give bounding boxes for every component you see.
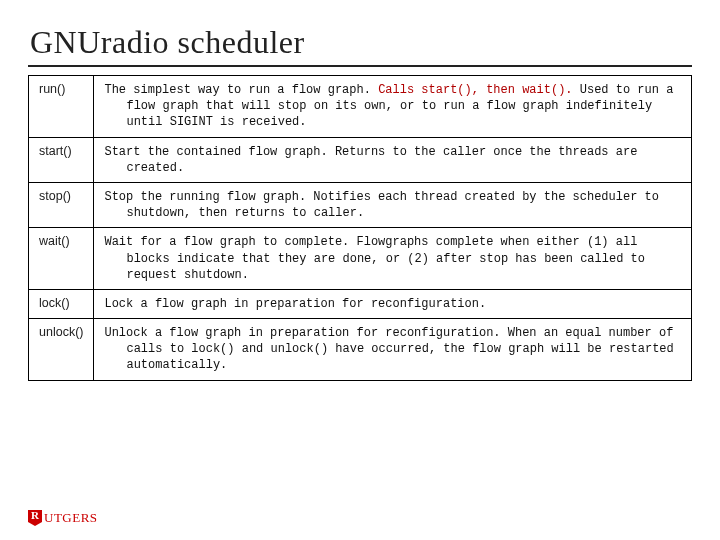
method-description: Start the contained flow graph. Returns … <box>94 137 692 182</box>
method-description: The simplest way to run a flow graph. Ca… <box>94 76 692 138</box>
desc-text: Lock a flow graph in preparation for rec… <box>104 297 486 311</box>
method-description: Unlock a flow graph in preparation for r… <box>94 319 692 381</box>
methods-table-container: run() The simplest way to run a flow gra… <box>0 75 720 381</box>
method-description: Wait for a flow graph to complete. Flowg… <box>94 228 692 290</box>
table-row: wait() Wait for a flow graph to complete… <box>29 228 692 290</box>
desc-text: Stop the running flow graph. Notifies ea… <box>104 190 659 220</box>
desc-text: The simplest way to run a flow graph. <box>104 83 378 97</box>
method-name: run() <box>29 76 94 138</box>
desc-highlight: Calls start(), then wait(). <box>378 83 572 97</box>
method-name: start() <box>29 137 94 182</box>
table-row: start() Start the contained flow graph. … <box>29 137 692 182</box>
rutgers-logo: UTGERS <box>28 510 98 526</box>
logo-text: UTGERS <box>44 510 98 526</box>
slide-title: GNUradio scheduler <box>0 0 720 65</box>
table-row: lock() Lock a flow graph in preparation … <box>29 289 692 318</box>
title-underline <box>28 65 692 67</box>
methods-table: run() The simplest way to run a flow gra… <box>28 75 692 381</box>
method-name: stop() <box>29 182 94 227</box>
method-description: Lock a flow graph in preparation for rec… <box>94 289 692 318</box>
method-name: unlock() <box>29 319 94 381</box>
method-description: Stop the running flow graph. Notifies ea… <box>94 182 692 227</box>
desc-text: Unlock a flow graph in preparation for r… <box>104 326 673 372</box>
desc-text: Wait for a flow graph to complete. Flowg… <box>104 235 644 281</box>
table-row: unlock() Unlock a flow graph in preparat… <box>29 319 692 381</box>
table-row: run() The simplest way to run a flow gra… <box>29 76 692 138</box>
method-name: lock() <box>29 289 94 318</box>
method-name: wait() <box>29 228 94 290</box>
shield-icon <box>28 510 42 526</box>
table-row: stop() Stop the running flow graph. Noti… <box>29 182 692 227</box>
desc-text: Start the contained flow graph. Returns … <box>104 145 637 175</box>
